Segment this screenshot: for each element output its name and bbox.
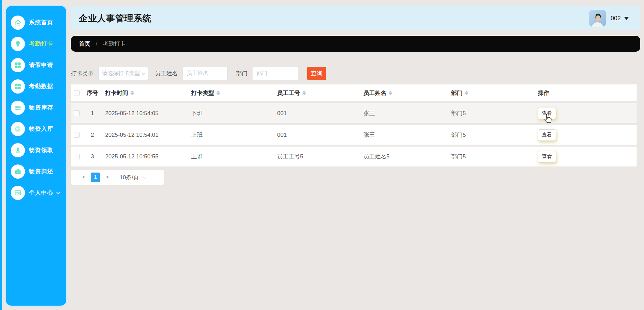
sidebar-item-label: 物资库存 [29,104,53,111]
sidebar-item-label: 物资归还 [29,167,53,175]
row-type: 下班 [187,109,273,117]
stamp-icon [11,143,25,157]
col-emp-name[interactable]: 员工姓名 [359,89,447,97]
department-label: 部门 [236,70,247,77]
chevron-down-icon [143,175,147,179]
sidebar-item-checkin[interactable]: 考勤打卡 [6,33,66,54]
row-emp-id: 员工工号5 [273,153,359,160]
row-dept: 部门5 [447,109,534,117]
row-emp-name: 员工姓名5 [359,153,447,160]
chevron-down-icon [142,71,145,75]
main-content: 企业人事管理系统 002 首页 / 考勤打卡 打卡类型 [71,0,640,185]
sidebar-item-profile[interactable]: 个人中心 [6,182,66,203]
row-emp-name: 张三 [359,109,447,117]
row-dept: 部门5 [447,153,534,160]
attendance-table: 序号 打卡时间 打卡类型 员工工号 员工姓名 部门 操作 1 2025-05-1… [71,84,637,166]
table-row: 2 2025-05-12 10:54:01 上班 001 张三 部门5 查看 [71,125,637,145]
row-time: 2025-05-12 10:54:05 [101,110,187,117]
view-button[interactable]: 查看 [538,151,556,162]
sidebar-item-label: 请假申请 [29,61,53,69]
col-time[interactable]: 打卡时间 [101,89,187,97]
sliders-icon [11,101,25,115]
department-input[interactable] [252,67,298,80]
row-emp-id: 001 [273,110,359,117]
row-type: 上班 [187,153,273,160]
header: 企业人事管理系统 002 [71,6,640,30]
prev-page-button[interactable]: < [82,174,85,180]
checkin-type-select[interactable]: 请选择打卡类型 [98,67,148,80]
breadcrumb-home[interactable]: 首页 [79,40,90,48]
pagination: < 1 > 10条/页 [71,170,164,185]
col-index: 序号 [84,89,101,97]
table-header-row: 序号 打卡时间 打卡类型 员工工号 员工姓名 部门 操作 [71,84,637,101]
sidebar-item-attendance-data[interactable]: 考勤数据 [6,76,66,97]
sidebar-item-label: 系统首页 [29,19,53,26]
user-menu[interactable]: 002 [589,10,629,27]
employee-name-input[interactable] [182,67,228,80]
sidebar-item-collect[interactable]: 物资领取 [6,139,66,161]
sidebar-item-leave[interactable]: 请假申请 [6,54,66,76]
col-action: 操作 [534,89,637,97]
sort-icon[interactable] [216,91,220,95]
grid-icon [11,79,25,94]
row-emp-id: 001 [273,132,359,138]
sidebar-item-label: 物资领取 [29,146,53,154]
row-type: 上班 [187,131,273,139]
page-number-active[interactable]: 1 [91,173,100,182]
sort-icon[interactable] [465,91,468,95]
sort-icon[interactable] [302,91,306,95]
briefcase-icon [11,164,25,179]
row-checkbox[interactable] [74,110,80,116]
grid-icon [11,58,25,72]
checkin-type-label: 打卡类型 [71,70,94,77]
row-checkbox[interactable] [74,154,80,159]
sidebar-item-label: 考勤打卡 [29,40,53,48]
breadcrumb-separator: / [96,41,97,47]
view-button[interactable]: 查看 [538,108,556,119]
page-size-label: 10条/页 [120,174,139,181]
sidebar-item-return[interactable]: 物资归还 [6,161,66,182]
row-index: 1 [84,110,101,117]
left-edge-strip [0,0,2,310]
page-size-select[interactable]: 10条/页 [120,174,146,181]
breadcrumb-current: 考勤打卡 [103,40,126,48]
row-time: 2025-05-12 10:54:01 [101,132,187,138]
filter-bar: 打卡类型 请选择打卡类型 员工姓名 部门 查询 [71,67,640,80]
employee-name-label: 员工姓名 [155,70,178,77]
avatar[interactable] [589,10,606,27]
home-icon [11,16,25,30]
row-index: 2 [84,132,101,138]
sort-icon[interactable] [130,91,134,95]
table-row: 3 2025-05-12 10:50:55 上班 员工工号5 员工姓名5 部门5… [71,147,637,166]
sidebar-item-label: 物资入库 [29,125,53,133]
sidebar-item-label: 个人中心 [29,189,53,197]
sidebar-item-inventory[interactable]: 物资库存 [6,97,66,118]
row-time: 2025-05-12 10:50:55 [101,153,187,160]
breadcrumb: 首页 / 考勤打卡 [71,36,640,52]
sort-icon[interactable] [389,91,392,95]
search-button[interactable]: 查询 [307,67,326,80]
sidebar-item-inbound[interactable]: 物资入库 [6,118,66,139]
select-placeholder: 请选择打卡类型 [102,70,142,77]
row-checkbox[interactable] [74,132,80,138]
select-all-checkbox[interactable] [74,90,80,96]
col-dept[interactable]: 部门 [447,89,534,97]
sidebar-item-home[interactable]: 系统首页 [6,12,66,33]
col-emp-id[interactable]: 员工工号 [273,89,359,97]
table-row: 1 2025-05-12 10:54:05 下班 001 张三 部门5 查看 [71,103,637,123]
chevron-down-icon [56,190,61,195]
card-icon [11,186,25,200]
username-label: 002 [611,15,621,22]
row-index: 3 [84,153,101,160]
col-type[interactable]: 打卡类型 [187,89,273,97]
row-dept: 部门5 [447,131,534,139]
sidebar-item-label: 考勤数据 [29,82,53,90]
page-title: 企业人事管理系统 [79,12,152,24]
bulb-icon [11,37,25,51]
row-emp-name: 张三 [359,131,447,139]
sidebar: 系统首页 考勤打卡 请假申请 考勤数据 物资库存 物资入库 物资 [5,5,67,307]
next-page-button[interactable]: > [106,174,109,180]
list-icon [11,122,25,136]
view-button[interactable]: 查看 [538,129,556,141]
caret-down-icon [624,17,629,20]
